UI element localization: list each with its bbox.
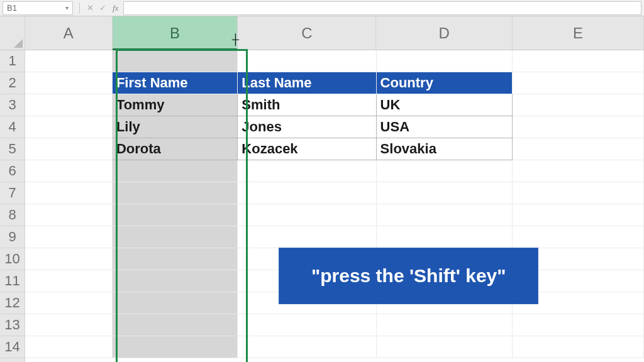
table-row: LilyJonesUSA [25,116,644,138]
cell-C6[interactable] [238,160,376,182]
cell-A10[interactable] [25,248,113,270]
table-row: DorotaKozacekSlovakia [25,138,644,160]
cell-B4[interactable]: Lily [113,116,238,138]
cell-B13[interactable] [113,314,238,336]
cell-E9[interactable] [513,226,644,248]
table-row: TommySmithUK [25,94,644,116]
cell-B10[interactable] [113,248,238,270]
table-row [25,314,644,336]
select-all-corner[interactable] [0,16,25,50]
row-header-8[interactable]: 8 [0,204,25,226]
cell-E1[interactable] [513,50,644,72]
row-header-5[interactable]: 5 [0,138,25,160]
divider [79,3,80,14]
cell-A12[interactable] [25,292,113,314]
cell-B5[interactable]: Dorota [113,138,238,160]
cell-E5[interactable] [513,138,644,160]
chevron-down-icon[interactable]: ▾ [65,4,69,11]
row-header-1[interactable]: 1 [0,50,25,72]
cell-A8[interactable] [25,204,113,226]
column-header-B[interactable]: B┼ [113,16,238,50]
cell-C9[interactable] [238,226,376,248]
enter-button[interactable]: ✓ [96,2,109,14]
column-header-C[interactable]: C [238,16,376,50]
cell-C8[interactable] [238,204,376,226]
cell-D7[interactable] [377,182,513,204]
cell-D3[interactable]: UK [377,94,513,116]
cell-A11[interactable] [25,270,113,292]
cell-B11[interactable] [113,270,238,292]
cell-E13[interactable] [513,314,644,336]
cell-A6[interactable] [25,160,113,182]
cell-D13[interactable] [377,314,513,336]
column-header-E[interactable]: E [513,16,644,50]
cell-A1[interactable] [25,50,113,72]
row-header-11[interactable]: 11 [0,270,25,292]
cell-C13[interactable] [238,314,376,336]
row-header-10[interactable]: 10 [0,248,25,270]
cell-A4[interactable] [25,116,113,138]
cell-A9[interactable] [25,226,113,248]
cell-D14[interactable] [377,336,513,358]
cell-area[interactable]: First NameLast NameCountryTommySmithUKLi… [25,50,644,362]
column-header-D[interactable]: D [376,16,513,50]
name-box[interactable]: B1 ▾ [3,1,73,15]
table-row [25,336,644,358]
cell-C1[interactable] [238,50,376,72]
cell-E14[interactable] [513,336,644,358]
cell-B14[interactable] [113,336,238,358]
cell-D9[interactable] [377,226,513,248]
table-row [25,204,644,226]
cell-B7[interactable] [113,182,238,204]
cell-C5[interactable]: Kozacek [238,138,376,160]
row-header-13[interactable]: 13 [0,314,25,336]
cell-E8[interactable] [513,204,644,226]
row-header-2[interactable]: 2 [0,72,25,94]
row-headers: 1234567891011121314 [0,50,25,362]
cancel-button[interactable]: ✕ [84,2,96,14]
cell-E4[interactable] [513,116,644,138]
row-header-14[interactable]: 14 [0,336,25,358]
cell-C7[interactable] [238,182,376,204]
cell-A5[interactable] [25,138,113,160]
row-header-4[interactable]: 4 [0,116,25,138]
formula-input[interactable] [123,1,641,15]
cell-B3[interactable]: Tommy [113,94,238,116]
cell-D5[interactable]: Slovakia [377,138,513,160]
name-box-value: B1 [7,3,17,13]
cell-D1[interactable] [377,50,513,72]
row-header-9[interactable]: 9 [0,226,25,248]
formula-bar: B1 ▾ ✕ ✓ fx [0,0,644,16]
cell-A3[interactable] [25,94,113,116]
cell-B9[interactable] [113,226,238,248]
cell-B12[interactable] [113,292,238,314]
cell-A14[interactable] [25,336,113,358]
cell-C4[interactable]: Jones [238,116,376,138]
row-header-3[interactable]: 3 [0,94,25,116]
cell-B8[interactable] [113,204,238,226]
cell-A7[interactable] [25,182,113,204]
cell-C2[interactable]: Last Name [238,72,376,94]
cell-D6[interactable] [377,160,513,182]
column-header-A[interactable]: A [25,16,113,50]
cell-D8[interactable] [377,204,513,226]
table-row [25,160,644,182]
cell-E6[interactable] [513,160,644,182]
row-header-12[interactable]: 12 [0,292,25,314]
cell-D2[interactable]: Country [377,72,513,94]
cell-C14[interactable] [238,336,376,358]
cell-A2[interactable] [25,72,113,94]
fx-icon[interactable]: fx [113,3,118,13]
table-row [25,50,644,72]
cell-C3[interactable]: Smith [238,94,376,116]
cell-E3[interactable] [513,94,644,116]
cell-B1[interactable] [113,50,238,72]
row-header-6[interactable]: 6 [0,160,25,182]
cell-D4[interactable]: USA [377,116,513,138]
cell-E2[interactable] [513,72,644,94]
row-header-7[interactable]: 7 [0,182,25,204]
cell-E7[interactable] [513,182,644,204]
cell-B2[interactable]: First Name [113,72,238,94]
cell-B6[interactable] [113,160,238,182]
cell-A13[interactable] [25,314,113,336]
